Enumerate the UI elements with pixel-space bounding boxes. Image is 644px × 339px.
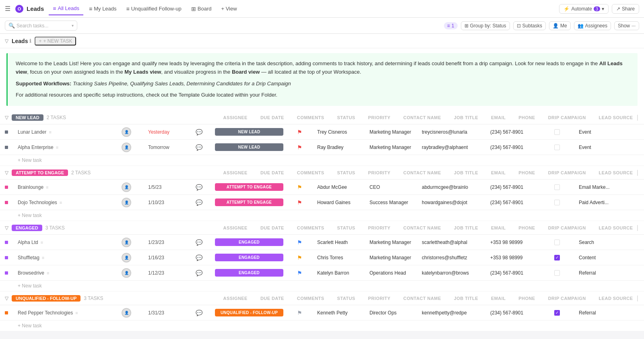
job-title-cell: Operations Head (368, 270, 420, 276)
comment-icon[interactable]: 💬 (196, 270, 202, 276)
tab-unqualified[interactable]: ≡ Unqualified Follow-up (122, 2, 186, 15)
drip-cell[interactable] (537, 200, 577, 205)
job-title-cell: Marketing Manager (368, 129, 420, 135)
drip-cell[interactable] (537, 240, 577, 245)
assignee-cell: 👤 (106, 268, 147, 278)
drip-cell[interactable] (537, 270, 577, 276)
tab-all-leads[interactable]: ≡ All Leads (49, 2, 83, 15)
drip-checkbox[interactable] (554, 200, 560, 205)
drip-checkbox-checked[interactable]: ✓ (554, 255, 560, 260)
task-menu-icon[interactable]: ≡ (41, 240, 43, 245)
section-badge-engaged: ENGAGED (12, 225, 42, 231)
row-toggle (5, 186, 18, 189)
comment-icon[interactable]: 💬 (196, 184, 202, 190)
new-task-row-engaged[interactable]: + New task (0, 281, 644, 291)
section-toggle-engaged[interactable]: ▽ (5, 225, 8, 231)
new-task-label: + NEW TASK (43, 38, 72, 44)
status-cell[interactable]: NEW LEAD (215, 143, 283, 151)
filter-badge[interactable]: ≡ 1 (444, 22, 458, 29)
section-toggle-unqualified-follow-up[interactable]: ▽ (5, 296, 8, 301)
phone-cell: +353 98 98999 (489, 255, 537, 260)
unqualified-tab-label: Unqualified Follow-up (131, 6, 182, 12)
drip-cell[interactable]: ✓ (537, 310, 577, 316)
col-resize-handle[interactable]: │ (636, 225, 640, 231)
section-toggle-attempt-to-engage[interactable]: ▽ (5, 170, 8, 176)
task-menu-icon[interactable]: ≡ (42, 255, 44, 260)
new-task-button[interactable]: + + NEW TASK (35, 37, 76, 45)
task-color-dot (5, 271, 8, 275)
assignees-button[interactable]: 👥 Assignees (574, 21, 611, 30)
me-button[interactable]: 👤 Me (549, 21, 571, 30)
status-cell[interactable]: ENGAGED (215, 269, 283, 277)
leads-header: ▽ Leads ℹ + + NEW TASK (0, 34, 644, 48)
priority-flag: ⚑ (297, 144, 302, 151)
main-content: ▽ Leads ℹ + + NEW TASK Welcome to the Le… (0, 34, 644, 331)
status-cell[interactable]: ATTEMPT TO ENGAGE (215, 183, 283, 191)
tab-my-leads[interactable]: ≡ My Leads (85, 2, 121, 15)
show-button[interactable]: Show ··· (614, 21, 639, 30)
drip-cell[interactable] (537, 184, 577, 190)
drip-checkbox-checked[interactable]: ✓ (554, 310, 560, 316)
drip-checkbox[interactable] (554, 270, 560, 276)
task-color-dot (5, 146, 8, 149)
priority-flag: ⚑ (297, 254, 302, 261)
row-toggle (5, 311, 18, 314)
status-cell[interactable]: ENGAGED (215, 238, 283, 246)
leads-title: Leads ℹ (12, 38, 31, 44)
email-cell: christorres@shuffletz (420, 255, 489, 260)
group-by-button[interactable]: ⊞ Group by: Status (461, 21, 510, 30)
new-task-plus: + (39, 38, 41, 44)
search-input[interactable]: Search tasks... (17, 23, 70, 29)
drip-checkbox[interactable] (554, 145, 560, 150)
task-name: Shuffletag (18, 255, 39, 260)
phone-cell: +353 98 98999 (489, 240, 537, 245)
comment-icon[interactable]: 💬 (196, 144, 202, 151)
drip-checkbox[interactable] (554, 240, 560, 245)
tab-board[interactable]: ⊞ Board (187, 2, 216, 15)
drip-cell[interactable]: ✓ (537, 255, 577, 260)
menu-icon[interactable]: ☰ (5, 5, 10, 12)
search-box[interactable]: 🔍 Search tasks... ▾ (5, 21, 77, 31)
toolbar-right: ≡ 1 ⊞ Group by: Status ⊡ Subtasks 👤 Me 👥… (444, 21, 639, 30)
comment-icon[interactable]: 💬 (196, 239, 202, 246)
status-cell[interactable]: ATTEMPT TO ENGAGE (215, 198, 283, 206)
comment-icon[interactable]: 💬 (196, 129, 202, 135)
contact-name-cell: Howard Gaines (316, 200, 368, 205)
section-col-headers: ASSIGNEE DUE DATE COMMENTS STATUS PRIORI… (223, 296, 633, 301)
drip-checkbox[interactable] (554, 184, 560, 190)
drip-cell[interactable] (537, 129, 577, 135)
col-resize-handle[interactable]: │ (636, 296, 640, 301)
tab-add-view[interactable]: + View (217, 2, 241, 15)
task-menu-icon[interactable]: ≡ (46, 185, 48, 190)
new-task-row-new-lead[interactable]: + New task (0, 155, 644, 166)
section-toggle-new-lead[interactable]: ▽ (5, 115, 8, 120)
new-task-row-unqualified-follow-up[interactable]: + New task (0, 320, 644, 331)
automate-button[interactable]: ⚡ Automate 3 ▾ (559, 4, 609, 14)
sections-container: ▽ NEW LEAD 2 TASKS ASSIGNEE DUE DATE COM… (0, 111, 644, 331)
status-cell[interactable]: ENGAGED (215, 254, 283, 261)
comment-icon[interactable]: 💬 (196, 310, 202, 316)
col-resize-handle[interactable]: │ (636, 115, 640, 120)
new-task-row-attempt-to-engage[interactable]: + New task (0, 210, 644, 221)
drip-cell[interactable] (537, 145, 577, 150)
comment-icon[interactable]: 💬 (196, 254, 202, 261)
due-date-cell: 1/16/23 (147, 255, 183, 260)
status-cell[interactable]: NEW LEAD (215, 128, 283, 136)
contact-name-cell: Ray Bradley (316, 145, 368, 150)
drip-checkbox[interactable] (554, 129, 560, 135)
task-menu-icon[interactable]: ≡ (56, 145, 58, 150)
share-button[interactable]: ↗ Share (612, 4, 639, 14)
task-menu-icon[interactable]: ≡ (75, 310, 78, 315)
col-resize-handle[interactable]: │ (636, 170, 640, 176)
comment-icon[interactable]: 💬 (196, 199, 202, 206)
filter-count: 1 (452, 23, 454, 29)
section-header-engaged: ▽ ENGAGED 3 TASKS ASSIGNEE DUE DATE COMM… (0, 221, 644, 235)
subtasks-button[interactable]: ⊡ Subtasks (513, 21, 546, 30)
comments-cell: 💬 (183, 144, 215, 151)
leads-toggle[interactable]: ▽ (5, 38, 8, 44)
task-menu-icon[interactable]: ≡ (47, 271, 49, 275)
status-cell[interactable]: UNQUALIFIED - FOLLOW-UP (215, 309, 283, 316)
task-menu-icon[interactable]: ≡ (49, 130, 51, 134)
task-menu-icon[interactable]: ≡ (60, 200, 62, 205)
info-banner-line1: Welcome to the Leads List! Here you can … (16, 60, 630, 76)
